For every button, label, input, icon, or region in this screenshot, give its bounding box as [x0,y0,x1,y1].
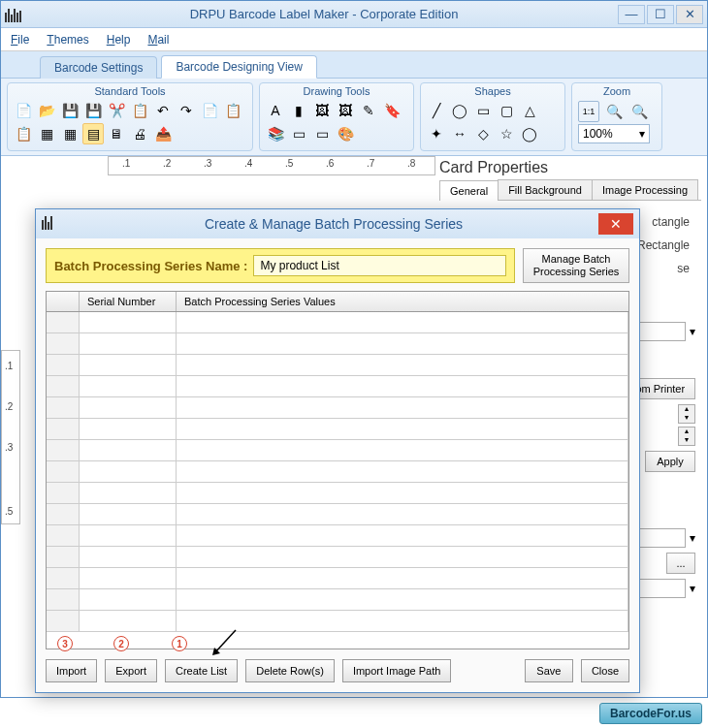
line-icon[interactable]: ╱ [426,100,447,121]
browse-button[interactable]: ... [666,553,695,574]
table-row[interactable] [47,440,628,461]
table-row[interactable] [47,355,628,376]
menu-help[interactable]: Help [107,33,131,47]
redo-icon[interactable]: ↷ [176,100,197,121]
undo-icon[interactable]: ↶ [152,100,174,121]
spinner[interactable]: ▲▼ [678,404,695,424]
minimize-button[interactable]: — [618,5,645,24]
zoom-11-icon[interactable]: 1:1 [578,101,599,122]
star4-icon[interactable]: ✦ [426,123,447,144]
display-icon[interactable]: 🖥 [106,123,127,144]
series-grid: Serial Number Batch Processing Series Va… [46,291,629,649]
open-icon[interactable]: 📂 [36,100,57,121]
tab-barcode-designing-view[interactable]: Barcode Designing View [161,55,317,79]
zoom-out-icon[interactable]: 🔍 [628,101,650,122]
dialog-close-btn[interactable]: Close [581,659,629,682]
import-image-path-button[interactable]: Import Image Path [342,659,452,682]
table-row[interactable] [47,376,628,397]
barcode-icon[interactable]: ▮ [288,100,309,121]
watermark-icon[interactable]: 🔖 [381,100,402,121]
bubble-icon[interactable]: ◯ [519,123,540,144]
table-row[interactable] [47,333,628,355]
tab-barcode-settings[interactable]: Barcode Settings [40,56,157,79]
ribbon-group-zoom: Zoom 1:1 🔍 🔍 100%▾ [571,82,662,151]
menu-mail[interactable]: Mail [147,33,169,47]
image-icon[interactable]: 🖼 [311,100,333,121]
zoom-combo[interactable]: 100%▾ [578,124,650,143]
new-icon[interactable]: 📄 [13,100,34,121]
blank-icon[interactable]: 📄 [199,100,220,121]
roundrect-icon[interactable]: ▢ [496,100,517,121]
arrow-icon[interactable]: ↔ [449,123,470,144]
dialog-close-button[interactable]: ✕ [598,213,633,235]
table-row[interactable] [47,504,628,525]
triangle-icon[interactable]: △ [519,100,540,121]
annotation-2: 2 [113,636,129,651]
annotation-3: 3 [57,636,73,651]
ruler-label: .2 [163,158,171,169]
ellipse-icon[interactable]: ◯ [449,100,470,121]
wizard-icon[interactable]: 📋 [13,123,34,144]
table-row[interactable] [47,397,628,419]
svg-line-0 [214,630,236,653]
series-name-input[interactable] [253,255,506,276]
arrow-annotation [210,628,240,657]
batch-processing-dialog: Create & Manage Batch Processing Series … [35,208,640,693]
text-icon[interactable]: A [265,100,286,121]
import-button[interactable]: Import [46,659,97,682]
proptab-general[interactable]: General [439,180,499,201]
library-icon[interactable]: 📚 [265,123,286,144]
spinner[interactable]: ▲▼ [678,427,695,446]
copy-icon[interactable]: 📋 [129,100,150,121]
manage-batch-series-button[interactable]: Manage Batch Processing Series [523,248,629,283]
table-row[interactable] [47,547,628,568]
dialog-button-bar: 3 2 1 Import Export Create List Delete R… [46,649,629,682]
proptab-fill-background[interactable]: Fill Background [498,179,593,200]
cut-icon[interactable]: ✂️ [106,100,127,121]
delete-rows-button[interactable]: Delete Row(s) [245,659,335,682]
star-icon[interactable]: ☆ [496,123,517,144]
picture-icon[interactable]: 🖼 [335,100,356,121]
dialog-titlebar: Create & Manage Batch Processing Series … [36,209,639,238]
close-button[interactable]: ✕ [676,5,703,24]
save-icon[interactable]: 💾 [59,100,80,121]
signature-icon[interactable]: ✎ [358,100,379,121]
zoom-in-icon[interactable]: 🔍 [603,101,625,122]
batch-icon[interactable]: ▤ [82,123,104,144]
grid-icon[interactable]: ▦ [59,123,80,144]
card-icon[interactable]: ▭ [311,123,333,144]
table-row[interactable] [47,589,628,611]
dialog-title: Create & Manage Batch Processing Series [69,216,598,232]
list-icon[interactable]: ▦ [36,123,57,144]
series-name-bar: Batch Processing Series Name : [46,248,515,283]
col-series-values[interactable]: Batch Processing Series Values [177,292,628,311]
color-icon[interactable]: 🎨 [335,123,356,144]
proptab-image-processing[interactable]: Image Processing [592,179,698,200]
apply-button[interactable]: Apply [645,451,695,472]
saveas-icon[interactable]: 💾 [82,100,104,121]
export2-icon[interactable]: 📤 [152,123,174,144]
menu-file[interactable]: File [11,33,29,47]
table-row[interactable] [47,483,628,504]
template-icon[interactable]: 📋 [222,100,243,121]
table-row[interactable] [47,525,628,547]
diamond-icon[interactable]: ◇ [472,123,494,144]
menubar: File Themes Help Mail [1,28,707,51]
save-button[interactable]: Save [525,659,573,682]
textbox-icon[interactable]: ▭ [288,123,309,144]
grid-body[interactable] [47,312,628,649]
rect-icon[interactable]: ▭ [472,100,494,121]
table-row[interactable] [47,461,628,483]
maximize-button[interactable]: ☐ [647,5,674,24]
grid-corner [47,292,80,311]
col-serial-number[interactable]: Serial Number [80,292,177,311]
create-list-button[interactable]: Create List [165,659,238,682]
table-row[interactable] [47,419,628,440]
menu-themes[interactable]: Themes [47,33,88,47]
table-row[interactable] [47,568,628,589]
table-row[interactable] [47,611,628,632]
print-icon[interactable]: 🖨 [129,123,150,144]
horizontal-ruler: .1 .2 .3 .4 .5 .6 .7 .8 [108,156,435,175]
table-row[interactable] [47,312,628,333]
export-button[interactable]: Export [105,659,157,682]
